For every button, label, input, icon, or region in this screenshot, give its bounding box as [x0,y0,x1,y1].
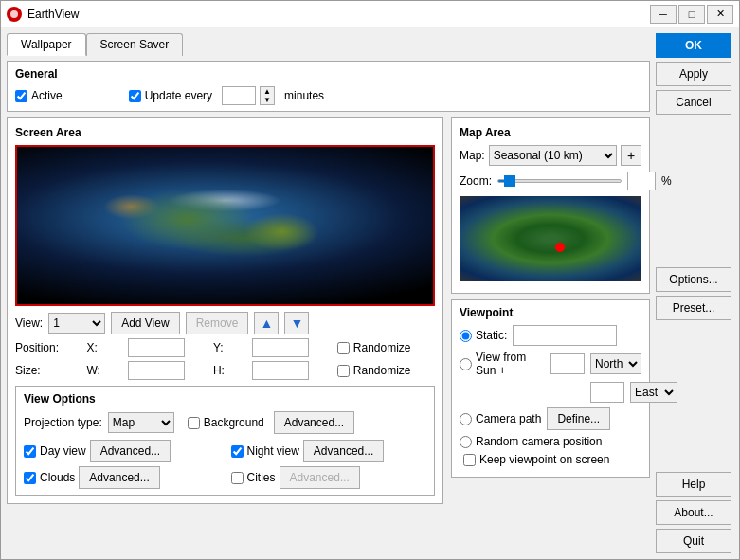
keep-viewpoint-label[interactable]: Keep viewpoint on screen [463,453,609,466]
viewpoint-title: Viewpoint [460,306,641,319]
active-checkbox-label[interactable]: Active [15,89,63,102]
y-input[interactable]: 0 [252,338,309,357]
map-add-button[interactable]: + [621,145,641,166]
nightview-advanced-button[interactable]: Advanced... [303,440,384,462]
update-spinner: 10 ▲ ▼ [222,86,275,105]
w-label: W: [87,364,125,377]
randomize2-label[interactable]: Randomize [337,364,435,377]
keep-viewpoint-checkbox[interactable] [463,454,476,466]
dayview-advanced-button[interactable]: Advanced... [90,440,171,462]
right-panel: Map Area Map: Seasonal (10 km) Daily (50… [451,117,650,504]
clouds-advanced-button[interactable]: Advanced... [79,466,159,489]
general-title: General [15,67,641,81]
move-up-button[interactable]: ▲ [254,312,279,334]
sun-angle2-row: 0° East West [460,382,641,403]
active-checkbox[interactable] [15,90,27,102]
cities-row: Cities Advanced... [231,466,427,489]
view-from-sun-radio[interactable] [460,358,472,370]
cities-checkbox-label[interactable]: Cities [231,471,276,484]
add-view-button[interactable]: Add View [111,312,179,334]
random-camera-radio[interactable] [460,436,472,448]
dayview-row: Day view Advanced... [24,440,220,462]
general-row: Active Update every 10 ▲ ▼ minutes [15,86,641,105]
camera-path-radio[interactable] [460,413,472,425]
tab-bar: Wallpaper Screen Saver [7,33,650,56]
camera-path-radio-label[interactable]: Camera path [460,412,541,425]
random-camera-radio-label[interactable]: Random camera position [460,435,602,448]
background-label[interactable]: Background [188,416,264,429]
cities-checkbox[interactable] [231,472,244,484]
cancel-button[interactable]: Cancel [656,90,731,115]
close-button[interactable]: ✕ [707,5,733,24]
randomize1-checkbox[interactable] [337,342,350,354]
zoom-slider[interactable] [497,179,622,183]
clouds-checkbox[interactable] [24,472,36,484]
sun-angle1-input[interactable]: 0° [550,353,585,374]
projection-row: Projection type: Map Globe Flat Backgrou… [24,411,426,434]
sun-angle2-input[interactable]: 0° [590,382,624,403]
update-checkbox-label[interactable]: Update every [129,89,212,102]
camera-path-row: Camera path Define... [460,407,641,430]
w-input[interactable]: 1920 [128,361,185,380]
projection-select[interactable]: Map Globe Flat [108,412,174,433]
maximize-button[interactable]: □ [678,5,705,24]
map-preview[interactable] [460,196,641,281]
update-checkbox[interactable] [129,90,141,102]
options-button[interactable]: Options... [656,267,731,292]
earth-preview-image [17,147,433,304]
update-value-input[interactable]: 10 [222,86,256,105]
nightview-checkbox[interactable] [231,445,244,458]
dayview-checkbox-label[interactable]: Day view [24,444,86,458]
static-value-input[interactable]: 0.00° N 0.00° E [513,325,617,346]
nightview-checkbox-label[interactable]: Night view [231,444,299,458]
about-button[interactable]: About... [656,500,731,525]
zoom-row: Zoom: 1 % [460,172,641,190]
spinner-up[interactable]: ▲ [261,87,274,96]
tab-wallpaper[interactable]: Wallpaper [7,33,86,56]
sun-dir1-select[interactable]: North South [590,353,641,374]
map-select[interactable]: Seasonal (10 km) Daily (500 m) Monthly (… [489,145,617,166]
zoom-value-input[interactable]: 1 [627,172,656,190]
minimize-button[interactable]: ─ [650,5,677,24]
viewpoint-section: Viewpoint Static: 0.00° N 0.00° E [451,299,650,478]
spacer1 [656,118,733,263]
spinner-down[interactable]: ▼ [261,96,274,104]
quit-button[interactable]: Quit [656,529,731,553]
preset-button[interactable]: Preset... [656,296,731,320]
randomize2-checkbox[interactable] [337,365,350,377]
static-radio[interactable] [460,330,472,342]
view-select[interactable]: 1 [48,313,105,334]
cities-advanced-button[interactable]: Advanced... [280,466,360,489]
clouds-checkbox-label[interactable]: Clouds [24,471,75,484]
two-col-area: Screen Area 1 View: 1 Add View Remove ▲ [7,117,650,504]
view-from-sun-radio-label[interactable]: View from Sun + [460,351,545,377]
dayview-checkbox[interactable] [24,445,36,458]
position-label: Position: [15,341,83,354]
background-advanced-button[interactable]: Advanced... [274,411,354,434]
h-input[interactable]: 1080 [252,361,309,380]
window-title: EarthView [27,8,650,21]
ok-button[interactable]: OK [656,33,731,58]
projection-label: Projection type: [24,416,102,429]
background-checkbox[interactable] [188,417,200,429]
remove-button[interactable]: Remove [186,312,249,334]
tab-screensaver[interactable]: Screen Saver [86,33,184,56]
apply-button[interactable]: Apply [656,62,731,86]
h-label: H: [213,364,248,377]
help-button[interactable]: Help [656,472,731,497]
pos-size-grid: Position: X: 0 Y: 0 Randomize Size: W: 1… [15,338,435,380]
app-icon [7,7,22,22]
minutes-label: minutes [284,89,324,102]
x-input[interactable]: 0 [128,338,185,357]
map-area-title: Map Area [460,126,641,139]
map-location-dot [555,243,565,252]
randomize1-label[interactable]: Randomize [337,341,435,354]
define-button[interactable]: Define... [547,407,610,430]
screen-area-title: Screen Area [15,126,435,139]
move-down-button[interactable]: ▼ [284,312,309,334]
clouds-row: Clouds Advanced... [24,466,220,489]
view-options-grid: Day view Advanced... Night view [24,440,426,489]
nightview-row: Night view Advanced... [231,440,427,462]
view-label: View: [15,316,43,330]
static-radio-label[interactable]: Static: [460,329,507,342]
